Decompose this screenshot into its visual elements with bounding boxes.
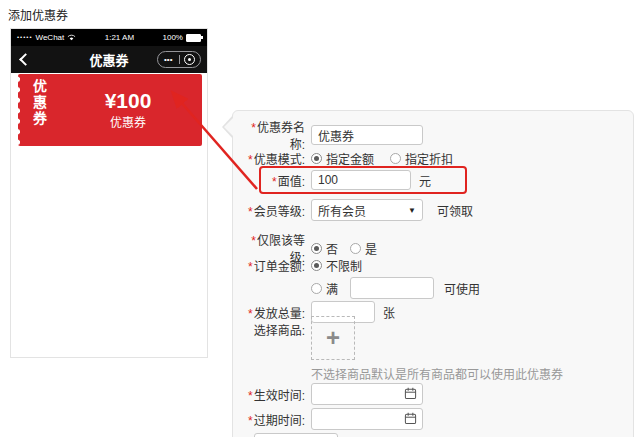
radio-label: 不限制 bbox=[326, 257, 362, 274]
radio-specified-discount[interactable] bbox=[390, 153, 401, 164]
member-level-select[interactable]: 所有会员 ▼ bbox=[311, 199, 423, 221]
required-asterisk: * bbox=[248, 153, 253, 167]
radio-min-amount[interactable] bbox=[311, 283, 322, 294]
form-row-products: 选择商品: + bbox=[237, 316, 633, 360]
menu-dots-icon[interactable]: ••• bbox=[158, 52, 179, 67]
caret-down-icon: ▼ bbox=[408, 206, 416, 215]
radio-no[interactable] bbox=[311, 243, 322, 254]
required-asterisk: * bbox=[248, 260, 253, 274]
face-value-input[interactable] bbox=[311, 170, 411, 190]
coupon-caption: 优惠券 bbox=[62, 113, 194, 130]
phone-nav-title: 优惠券 bbox=[89, 50, 128, 69]
add-product-button[interactable]: + bbox=[311, 316, 355, 360]
form-row-order-amount: *订单金额: 不限制 bbox=[237, 257, 633, 274]
suffix-label: 可使用 bbox=[444, 280, 480, 297]
back-chevron-icon[interactable] bbox=[19, 53, 32, 66]
form-row-face-value: *面值: 元 bbox=[237, 166, 633, 194]
field-label: *优惠券名称: bbox=[237, 118, 305, 152]
radio-label: 满 bbox=[326, 280, 338, 297]
radio-yes[interactable] bbox=[350, 243, 361, 254]
battery-percent: 100% bbox=[163, 33, 183, 42]
required-asterisk: * bbox=[248, 205, 253, 219]
coupon-name-input[interactable] bbox=[311, 125, 423, 145]
form-row-coupon-name: *优惠券名称: bbox=[237, 118, 633, 152]
required-asterisk: * bbox=[248, 389, 253, 403]
partial-next-field[interactable] bbox=[254, 433, 338, 437]
form-row-order-min: 满 可使用 bbox=[237, 277, 633, 299]
panel-notch-fill bbox=[224, 117, 234, 137]
face-value-highlight-box: *面值: 元 bbox=[259, 166, 467, 194]
form-row-discount-mode: *优惠模式: 指定金额 指定折扣 bbox=[237, 150, 633, 167]
form-row-end-time: *过期时间: bbox=[237, 408, 633, 430]
field-label: *优惠模式: bbox=[237, 150, 305, 167]
required-asterisk: * bbox=[272, 175, 277, 189]
radio-label: 指定金额 bbox=[326, 150, 374, 167]
form-row-start-time: *生效时间: bbox=[237, 383, 633, 405]
select-value: 所有会员 bbox=[318, 202, 366, 219]
required-asterisk: * bbox=[248, 414, 253, 428]
page-title: 添加优惠券 bbox=[8, 6, 68, 23]
field-label: *会员等级: bbox=[237, 202, 305, 219]
min-amount-input[interactable] bbox=[350, 277, 434, 299]
carrier-label: WeChat bbox=[36, 33, 65, 42]
field-label: *生效时间: bbox=[237, 386, 305, 403]
signal-dots-icon: ••••• bbox=[17, 34, 33, 40]
wifi-icon bbox=[67, 34, 76, 41]
status-time: 1:21 AM bbox=[105, 33, 134, 42]
coupon-side-label: 优惠券 bbox=[30, 79, 48, 127]
calendar-icon[interactable] bbox=[404, 412, 417, 425]
phone-nav-bar: 优惠券 ••• bbox=[11, 46, 207, 73]
suffix-label: 可领取 bbox=[437, 202, 473, 219]
radio-label: 指定折扣 bbox=[405, 150, 453, 167]
coupon-amount: ¥100 bbox=[62, 90, 194, 112]
battery-icon bbox=[186, 34, 201, 42]
capsule-button[interactable]: ••• bbox=[157, 51, 201, 68]
field-label: *面值: bbox=[261, 172, 305, 189]
radio-unlimited[interactable] bbox=[311, 260, 322, 271]
radio-label: 否 bbox=[326, 240, 338, 257]
product-hint: 不选择商品默认是所有商品都可以使用此优惠券 bbox=[311, 365, 563, 382]
unit-label: 元 bbox=[419, 172, 431, 189]
status-bar: ••••• WeChat 1:21 AM 100% bbox=[11, 29, 207, 46]
plus-icon: + bbox=[326, 326, 340, 350]
field-label: 选择商品: bbox=[237, 316, 305, 338]
field-label: *订单金额: bbox=[237, 257, 305, 274]
radio-specified-amount[interactable] bbox=[311, 153, 322, 164]
form-row-member-level: *会员等级: 所有会员 ▼ 可领取 bbox=[237, 199, 633, 221]
required-asterisk: * bbox=[251, 234, 256, 248]
required-asterisk: * bbox=[251, 121, 256, 135]
field-label: *过期时间: bbox=[237, 411, 305, 428]
circle-dot-icon bbox=[184, 54, 195, 65]
coupon-card[interactable]: 优惠券 ¥100 优惠券 bbox=[18, 74, 202, 146]
capsule-home-button[interactable] bbox=[180, 54, 201, 65]
coupon-scallop-edge bbox=[17, 74, 24, 146]
form-panel: *优惠券名称: *优惠模式: 指定金额 指定折扣 *面值: 元 *会员等级: 所… bbox=[232, 110, 634, 437]
radio-label: 是 bbox=[365, 240, 377, 257]
calendar-icon[interactable] bbox=[404, 387, 417, 400]
